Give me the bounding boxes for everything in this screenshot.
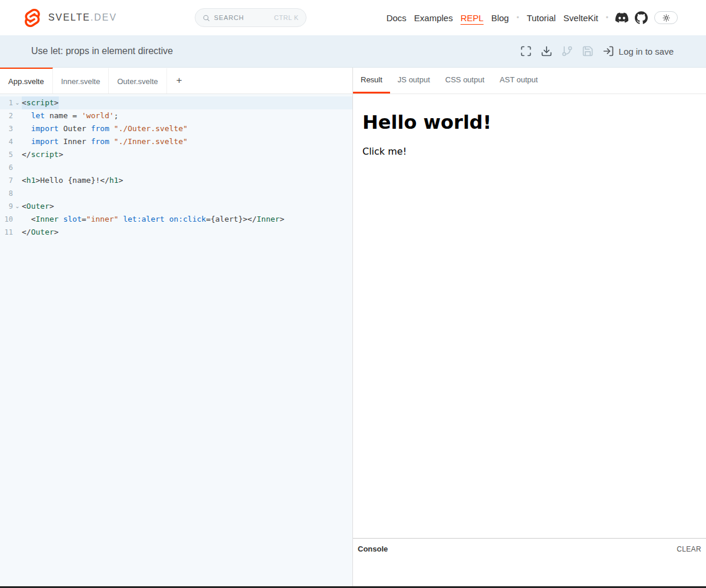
- svelte-logo-icon: [25, 9, 40, 27]
- console-label: Console: [358, 544, 388, 553]
- output-tab-ast-output[interactable]: AST output: [492, 68, 545, 93]
- output-tabbar: ResultJS outputCSS outputAST output: [353, 68, 706, 94]
- login-icon: [602, 45, 614, 57]
- output-pane: ResultJS outputCSS outputAST output Hell…: [353, 68, 706, 588]
- code-line: 10 <Inner slot="inner" let:alert on:clic…: [0, 213, 352, 226]
- code-line: 4 import Inner from "./Inner.svelte": [0, 135, 352, 148]
- nav-link-sveltekit[interactable]: SvelteKit: [564, 13, 598, 23]
- line-number: 5: [0, 148, 13, 161]
- nav-link-blog[interactable]: Blog: [491, 13, 509, 23]
- theme-toggle[interactable]: [654, 11, 678, 24]
- nav-link-tutorial[interactable]: Tutorial: [527, 13, 555, 23]
- sun-icon: [662, 14, 670, 22]
- code-line: 11</Outer>: [0, 226, 352, 239]
- output-tab-css-output[interactable]: CSS output: [438, 68, 492, 93]
- home-link[interactable]: [25, 9, 40, 27]
- nav-separator: •: [517, 14, 519, 22]
- code-editor[interactable]: 1⌄<script>2 let name = 'world';3 import …: [0, 94, 352, 588]
- nav-link-examples[interactable]: Examples: [414, 13, 453, 23]
- line-number: 4: [0, 135, 13, 148]
- fold-spacer: [13, 109, 22, 122]
- fold-spacer: [13, 226, 22, 239]
- code-line: 1⌄<script>: [0, 96, 352, 109]
- github-icon: [635, 11, 648, 24]
- brand-suffix: .DEV: [91, 12, 117, 22]
- line-number: 2: [0, 109, 13, 122]
- fork-icon: [561, 45, 573, 57]
- download-icon: [541, 45, 552, 57]
- code-text: import Inner from "./Inner.svelte": [22, 135, 188, 148]
- output-tab-result[interactable]: Result: [353, 68, 390, 93]
- search-shortcut: CTRL K: [274, 14, 299, 21]
- code-line: 2 let name = 'world';: [0, 109, 352, 122]
- repl-actions: Log in to save: [520, 45, 674, 57]
- code-line: 7<h1>Hello {name}!</h1>: [0, 174, 352, 187]
- fork-button[interactable]: [561, 45, 573, 57]
- line-number: 1: [0, 96, 13, 109]
- fold-spacer: [13, 187, 22, 200]
- code-text: import Outer from "./Outer.svelte": [22, 122, 188, 135]
- code-line: 3 import Outer from "./Outer.svelte": [0, 122, 352, 135]
- code-text: let name = 'world';: [22, 109, 118, 122]
- code-text: </script>: [22, 148, 63, 161]
- repl-title: Use let: props in element directive: [31, 46, 173, 56]
- brand-name: SVELTE: [48, 12, 91, 22]
- code-line: 8: [0, 187, 352, 200]
- fullscreen-icon: [520, 45, 532, 57]
- repl-toolbar: Use let: props in element directive Log …: [0, 35, 706, 68]
- file-tab-app-svelte[interactable]: App.svelte: [0, 68, 53, 93]
- fold-icon[interactable]: ⌄: [13, 200, 22, 213]
- search-button[interactable]: SEARCH CTRL K: [195, 8, 307, 27]
- file-tab-outer-svelte[interactable]: Outer.svelte: [109, 68, 166, 93]
- discord-icon: [615, 11, 628, 24]
- result-click-text[interactable]: Click me!: [362, 146, 697, 157]
- fold-spacer: [13, 135, 22, 148]
- line-number: 9: [0, 200, 13, 213]
- fullscreen-button[interactable]: [520, 45, 532, 57]
- line-number: 11: [0, 226, 13, 239]
- fold-spacer: [13, 174, 22, 187]
- code-text: <h1>Hello {name}!</h1>: [22, 174, 123, 187]
- fold-spacer: [13, 122, 22, 135]
- nav-icon-group: [615, 11, 678, 24]
- search-placeholder: SEARCH: [214, 14, 244, 21]
- add-file-button[interactable]: +: [167, 68, 192, 93]
- fold-icon[interactable]: ⌄: [13, 96, 22, 109]
- repl-main: App.svelteInner.svelteOuter.svelte+ 1⌄<s…: [0, 68, 706, 588]
- save-button[interactable]: [582, 45, 594, 57]
- output-tab-js-output[interactable]: JS output: [390, 68, 438, 93]
- line-number: 6: [0, 161, 13, 174]
- code-text: <Outer>: [22, 200, 54, 213]
- github-link[interactable]: [635, 11, 648, 24]
- editor-tabbar: App.svelteInner.svelteOuter.svelte+: [0, 68, 352, 94]
- search-icon: [202, 14, 210, 22]
- console-clear-button[interactable]: CLEAR: [677, 545, 701, 553]
- file-tab-inner-svelte[interactable]: Inner.svelte: [53, 68, 109, 93]
- code-line: 5</script>: [0, 148, 352, 161]
- nav-link-repl[interactable]: REPL: [461, 13, 484, 23]
- login-button[interactable]: Log in to save: [602, 45, 674, 57]
- nav-link-docs[interactable]: Docs: [387, 13, 407, 23]
- top-nav: SVELTE.DEV SEARCH CTRL K DocsExamplesREP…: [0, 0, 706, 35]
- discord-link[interactable]: [615, 11, 628, 24]
- editor-pane: App.svelteInner.svelteOuter.svelte+ 1⌄<s…: [0, 68, 353, 588]
- code-text: <script>: [22, 96, 59, 109]
- line-number: 3: [0, 122, 13, 135]
- code-line: 6: [0, 161, 352, 174]
- code-line: 9⌄<Outer>: [0, 200, 352, 213]
- fold-spacer: [13, 161, 22, 174]
- download-button[interactable]: [541, 45, 552, 57]
- line-number: 10: [0, 213, 13, 226]
- console-header: Console CLEAR: [353, 539, 706, 553]
- code-text: <Inner slot="inner" let:alert on:click={…: [22, 213, 284, 226]
- nav-separator: •: [606, 14, 608, 22]
- console-panel: Console CLEAR: [353, 538, 706, 588]
- line-number: 8: [0, 187, 13, 200]
- result-heading: Hello world!: [362, 111, 697, 133]
- fold-spacer: [13, 148, 22, 161]
- main-nav: DocsExamplesREPLBlog•TutorialSvelteKit•: [387, 13, 608, 23]
- code-text: </Outer>: [22, 226, 59, 239]
- login-label: Log in to save: [619, 46, 674, 56]
- brand-link[interactable]: SVELTE.DEV: [48, 12, 117, 23]
- result-viewport: Hello world! Click me!: [353, 94, 706, 538]
